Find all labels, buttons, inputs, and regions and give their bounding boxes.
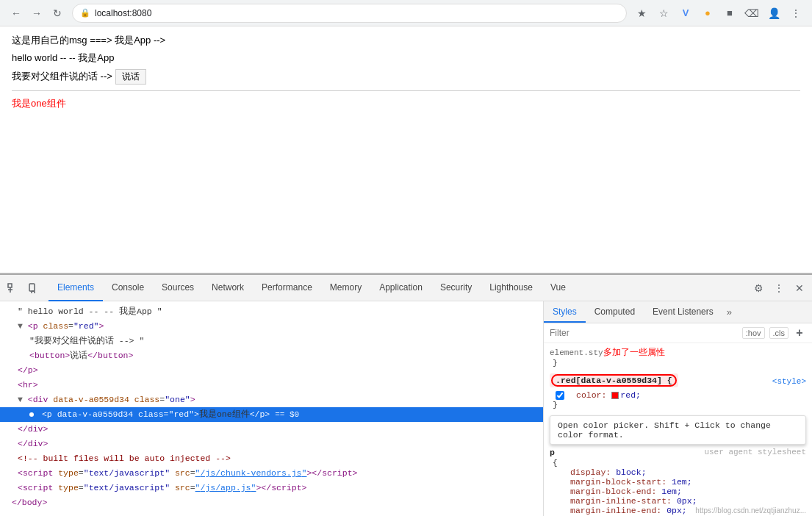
styles-tab-event-listeners[interactable]: Event Listeners (644, 301, 722, 323)
devtools-toolbar: Elements Console Sources Network Perform… (0, 275, 812, 301)
cls-button[interactable]: .cls (769, 327, 789, 339)
extension-v-icon[interactable]: V (677, 4, 694, 22)
content-line-4: 我是one组件 (12, 97, 800, 110)
html-line-1: " hello world -- -- 我是App " (0, 304, 543, 319)
address-bar[interactable]: 🔒 localhost:8080 (72, 4, 627, 23)
p-prop-margin-block-end: margin-block-end: 1em; (561, 487, 806, 496)
red-rule-selector-line: .red[data-v-a0559d34] { <style> (550, 373, 806, 389)
html-panel: " hello world -- -- 我是App " ▼ <p class="… (0, 301, 544, 516)
tab-sources[interactable]: Sources (153, 275, 203, 301)
extension-color-icon[interactable]: ■ (721, 4, 739, 22)
extension-o-icon[interactable]: ● (699, 4, 716, 22)
html-line-body-close: </body> (0, 495, 543, 510)
tab-performance[interactable]: Performance (253, 275, 321, 301)
html-line-script2: <script type="text/javascript" src="/js/… (0, 481, 543, 495)
styles-filter-bar: :hov .cls + (544, 323, 812, 343)
profile-icon[interactable]: 👤 (765, 4, 783, 22)
html-line-5: </p> (0, 363, 543, 378)
html-line-10: </div> (0, 437, 543, 451)
styles-content[interactable]: element.sty多加了一些属性 } .red[data-v-a0559d3… (544, 343, 812, 516)
devtools: Elements Console Sources Network Perform… (0, 273, 812, 516)
watermark: https://blog.csdn.net/zqtjianzhuz... (695, 506, 806, 515)
styles-tab-computed[interactable]: Computed (586, 301, 644, 323)
bookmark-icon[interactable]: ★ (633, 4, 650, 22)
device-toolbar-button[interactable] (24, 279, 43, 298)
html-line-3: "我要对父组件说的话 --> " (0, 334, 543, 348)
hov-button[interactable]: :hov (742, 327, 765, 339)
tab-security[interactable]: Security (431, 275, 481, 301)
element-style-text: element.sty多加了一些属性 (550, 346, 806, 359)
star-icon[interactable]: ☆ (655, 4, 672, 22)
html-line-2: ▼ <p class="red"> (0, 319, 543, 334)
red-rule: .red[data-v-a0559d34] { <style> color: r… (550, 373, 806, 409)
element-style-rule: element.sty多加了一些属性 } (550, 346, 806, 368)
content-line-1: 这是用自己的msg ===> 我是App --> (12, 34, 800, 47)
p-prop-margin-inline-start: margin-inline-start: 0px; (561, 496, 806, 506)
rule1-brace-close: } (553, 400, 806, 409)
svg-rect-4 (32, 291, 35, 293)
inspect-element-button[interactable] (3, 279, 22, 298)
color-picker-tooltip: Open color picker. Shift + Click to chan… (550, 415, 806, 445)
close-devtools-button[interactable]: ✕ (790, 279, 809, 298)
html-line-6: <hr> (0, 378, 543, 393)
content-line-3: 我要对父组件说的话 --> 说话 (12, 69, 800, 85)
devtools-tab-list: Elements Console Sources Network Perform… (48, 275, 746, 301)
refresh-button[interactable]: ↻ (48, 4, 66, 22)
p-rule-brace-open: { (553, 459, 806, 467)
styles-panel: Styles Computed Event Listeners » :hov .… (544, 301, 812, 516)
html-panel-content[interactable]: " hello world -- -- 我是App " ▼ <p class="… (0, 301, 543, 516)
url-text: localhost:8080 (95, 8, 619, 18)
html-line-7: ▼ <div data-v-a0559d34 class="one"> (0, 393, 543, 407)
tab-lighthouse[interactable]: Lighthouse (481, 275, 542, 301)
styles-filter-input[interactable] (550, 328, 738, 338)
color-swatch[interactable] (611, 392, 619, 399)
rule1-prop-color: color: red; (556, 390, 806, 400)
add-style-button[interactable]: + (793, 326, 806, 340)
rule1-source[interactable]: <style> (772, 377, 806, 386)
tab-vue[interactable]: Vue (542, 275, 575, 301)
menu-icon[interactable]: ⋮ (787, 4, 805, 22)
content-divider (12, 90, 800, 91)
html-line-script1: <script type="text/javascript" src="/js/… (0, 466, 543, 481)
styles-tab-more[interactable]: » (722, 301, 736, 323)
more-options-button[interactable]: ⋮ (769, 279, 788, 298)
styles-tab-styles[interactable]: Styles (544, 301, 586, 323)
browser-chrome: ← → ↻ 🔒 localhost:8080 ★ ☆ V ● ■ ⌫ 👤 ⋮ (0, 0, 812, 26)
tab-memory[interactable]: Memory (321, 275, 370, 301)
html-line-9: </div> (0, 422, 543, 437)
devtools-right-icons: ⚙ ⋮ ✕ (746, 279, 809, 298)
html-line-4: <button>说话</button> (0, 348, 543, 363)
lock-icon: 🔒 (80, 8, 90, 18)
extensions-icon[interactable]: ⌫ (743, 4, 761, 22)
p-rule-header: p user agent stylesheet (550, 448, 806, 459)
html-line-8-selected[interactable]: <p data-v-a0559d34 class="red">我是one组件</… (0, 407, 543, 422)
tab-network[interactable]: Network (203, 275, 253, 301)
devtools-body: " hello world -- -- 我是App " ▼ <p class="… (0, 301, 812, 516)
color-prop-checkbox[interactable] (556, 391, 564, 400)
speak-button[interactable]: 说话 (115, 69, 146, 85)
content-line-2: hello world -- -- 我是App (12, 51, 800, 65)
svg-rect-3 (29, 284, 35, 291)
p-rule-source: user agent stylesheet (704, 448, 806, 459)
nav-buttons: ← → ↻ (7, 4, 66, 22)
forward-button[interactable]: → (28, 4, 46, 22)
tab-console[interactable]: Console (103, 275, 153, 301)
back-button[interactable]: ← (7, 4, 25, 22)
main-content: 这是用自己的msg ===> 我是App --> hello world -- … (0, 26, 812, 273)
browser-toolbar-icons: ★ ☆ V ● ■ ⌫ 👤 ⋮ (633, 4, 805, 22)
tab-elements[interactable]: Elements (48, 275, 103, 301)
p-prop-display: display: block; (561, 467, 806, 477)
settings-button[interactable]: ⚙ (749, 279, 768, 298)
tab-application[interactable]: Application (370, 275, 431, 301)
styles-subtabs: Styles Computed Event Listeners » (544, 301, 812, 323)
svg-rect-0 (8, 284, 12, 287)
element-style-brace-close: } (553, 359, 806, 368)
devtools-left-icons (3, 279, 48, 298)
p-prop-margin-block-start: margin-block-start: 1em; (561, 477, 806, 487)
html-line-comment: <!-- built files will be auto injected -… (0, 451, 543, 466)
